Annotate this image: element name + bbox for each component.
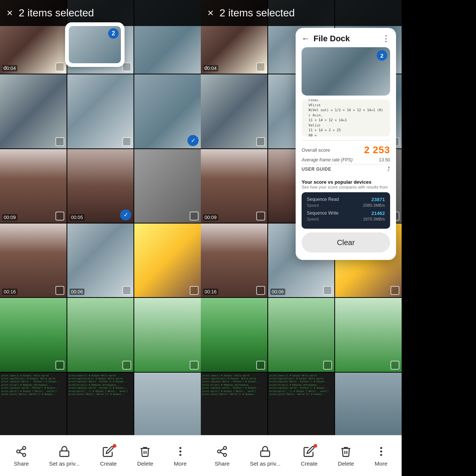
seq-write-label: Sequence Write <box>307 210 338 216</box>
select-checkbox[interactable] <box>55 361 64 370</box>
right-grid-street3[interactable] <box>201 74 267 148</box>
grid-item-face3[interactable]: 00:16 <box>0 223 67 297</box>
select-checkbox[interactable] <box>55 62 64 71</box>
select-checkbox[interactable] <box>390 361 399 370</box>
duration-label: 00:09 <box>2 214 17 221</box>
duration-label: 00:16 <box>2 289 17 295</box>
grid-item-face2-checked[interactable]: 00:05 ✓ <box>67 149 134 223</box>
dock-header: ← File Dock ⋮ <box>296 28 396 47</box>
grid-item-trees1[interactable] <box>0 298 67 372</box>
nav-create-label: Create <box>100 460 117 467</box>
grid-item-trees2[interactable] <box>67 298 134 372</box>
right-nav-share[interactable]: Share <box>215 445 229 467</box>
select-checkbox[interactable] <box>122 286 131 295</box>
dock-badge-count: 2 <box>377 50 387 61</box>
dock-back-button[interactable]: ← <box>302 34 310 44</box>
nav-private-label: Set as priv... <box>49 460 80 467</box>
left-photo-grid: ↺ 00:04 ✓ 00:09 <box>0 0 201 446</box>
clear-button[interactable]: Clear <box>302 232 390 253</box>
right-nav-more[interactable]: More <box>374 445 388 467</box>
dock-more-button[interactable]: ⋮ <box>382 34 390 44</box>
nav-delete-label: Delete <box>137 460 153 467</box>
select-checkbox[interactable] <box>256 62 265 71</box>
dock-score-area: Overall score 2 253 Average frame rate (… <box>302 140 390 176</box>
grid-item-backpack[interactable] <box>134 149 201 223</box>
right-grid-face1[interactable]: 00:09 <box>201 149 267 223</box>
select-checkbox[interactable] <box>256 286 265 295</box>
share-icon-right <box>215 445 229 458</box>
svg-point-7 <box>179 450 181 452</box>
select-checkbox[interactable] <box>390 286 399 295</box>
nav-delete[interactable]: Delete <box>137 445 153 467</box>
right-grid-trees2[interactable] <box>268 298 335 372</box>
svg-point-6 <box>179 447 181 449</box>
grid-item-street4[interactable]: 00:06 <box>67 223 134 297</box>
svg-rect-5 <box>60 451 69 457</box>
duration-label: 00:04 <box>2 65 17 71</box>
right-phone-screen: ↺ 00:04 00:09 <box>201 0 402 476</box>
nav-create[interactable]: Create <box>100 445 117 467</box>
bench-card: Sequence Read 23871 Speed 2080.3MB/s Seq… <box>302 192 390 229</box>
svg-point-17 <box>380 454 382 456</box>
right-selected-count-text: 2 items selected <box>219 7 295 19</box>
grid-item-truck[interactable] <box>134 223 201 297</box>
grid-item-face1[interactable]: 00:09 <box>0 149 67 223</box>
right-nav-delete[interactable]: Delete <box>338 445 354 467</box>
overall-score-value: 2 253 <box>364 144 390 156</box>
select-checkbox[interactable] <box>122 137 131 146</box>
select-checkbox[interactable] <box>323 361 332 370</box>
grid-item-street2[interactable] <box>0 74 67 148</box>
right-nav-private[interactable]: Set as priv... <box>250 445 280 467</box>
right-nav-more-label: More <box>375 460 387 467</box>
select-checkbox[interactable] <box>55 212 64 221</box>
duration-label: 00:04 <box>203 65 218 71</box>
select-checkbox[interactable] <box>190 286 199 295</box>
close-icon[interactable]: × <box>7 7 13 19</box>
nav-share[interactable]: Share <box>14 445 29 467</box>
svg-point-11 <box>223 453 226 456</box>
select-checkbox[interactable] <box>323 286 332 295</box>
user-guide-label: USER GUIDE <box>302 167 331 172</box>
select-checkbox[interactable] <box>55 137 64 146</box>
delete-icon <box>138 445 152 458</box>
guide-share-icon[interactable]: ⤴ <box>387 166 390 173</box>
fps-value: 13.50 <box>379 157 390 163</box>
close-icon-right[interactable]: × <box>208 7 213 19</box>
right-grid-face3[interactable]: 00:16 <box>201 223 267 297</box>
select-checkbox[interactable] <box>256 212 265 221</box>
right-nav-delete-label: Delete <box>338 460 354 467</box>
select-checkbox[interactable] <box>55 286 64 295</box>
right-grid-trees1[interactable] <box>201 298 267 372</box>
select-checkbox[interactable] <box>122 361 131 370</box>
select-checkbox[interactable] <box>256 361 265 370</box>
nav-more-label: More <box>174 460 187 467</box>
nav-set-private[interactable]: Set as priv... <box>49 445 80 467</box>
right-grid-trees3[interactable] <box>335 298 402 372</box>
notes-text-content: Initial N(n) = 1/2 × 10 × 14+1 = 15/2 Fi… <box>306 99 386 136</box>
seq-read-label: Sequence Read <box>307 197 339 202</box>
svg-point-9 <box>223 447 226 450</box>
svg-line-4 <box>20 449 23 451</box>
popular-devices-section: Your score vs popular devices See how yo… <box>302 179 390 189</box>
popular-subtitle: See how your score compares with results… <box>302 185 390 189</box>
select-checkbox[interactable] <box>190 361 199 370</box>
seq-write-speed-value: 1870.3MB/s <box>363 217 385 221</box>
nav-more-left[interactable]: More <box>174 445 187 467</box>
seq-write-row: Sequence Write 21462 Speed 1870.3MB/s <box>307 210 385 221</box>
select-checkbox[interactable] <box>190 212 199 221</box>
right-top-bar: × 2 items selected <box>201 0 402 26</box>
right-nav-create[interactable]: Create <box>301 445 318 467</box>
create-icon-right <box>302 445 316 458</box>
dock-title: File Dock <box>313 34 378 44</box>
svg-line-3 <box>20 452 23 454</box>
file-dock-panel: ← File Dock ⋮ 2 Initial N(n) = 1/2 × 10 … <box>296 28 396 260</box>
grid-item-street-checked[interactable]: ✓ <box>134 74 201 148</box>
select-checkbox[interactable] <box>122 62 131 71</box>
left-phone-screen: ↺ 00:04 ✓ 00:09 <box>0 0 201 476</box>
grid-item-street3[interactable] <box>67 74 134 148</box>
grid-item-trees3[interactable] <box>134 298 201 372</box>
nav-share-label: Share <box>14 460 29 467</box>
selected-count-text: 2 items selected <box>19 7 94 19</box>
select-checkbox[interactable] <box>256 137 265 146</box>
lock-icon-right <box>258 445 272 458</box>
